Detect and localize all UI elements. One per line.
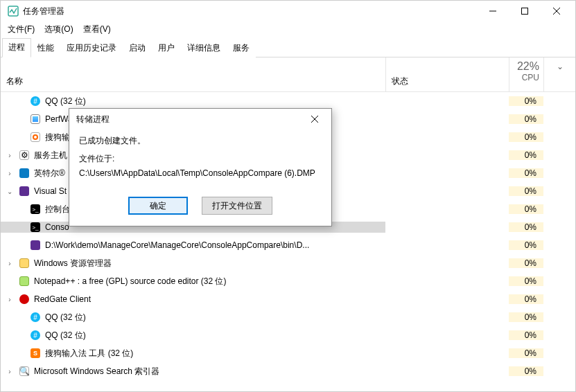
process-row-explorer[interactable]: ›Windows 资源管理器0% (1, 254, 575, 272)
col-status[interactable]: 状态 (385, 57, 509, 91)
process-icon: # (30, 312, 41, 323)
process-name: 服务主机 (34, 150, 67, 161)
process-cpu: 0% (509, 222, 543, 232)
process-name: 英特尔® (34, 168, 65, 179)
process-name: Visual St (34, 186, 67, 196)
open-location-button[interactable]: 打开文件位置 (202, 197, 272, 215)
process-cpu: 0% (509, 366, 543, 376)
titlebar: 任务管理器 (1, 1, 575, 21)
window-title: 任务管理器 (23, 6, 64, 17)
chevron-down-icon: ⌄ (557, 62, 564, 71)
dialog-line-location-label: 文件位于: (79, 152, 322, 166)
process-icon (30, 114, 41, 125)
close-button[interactable] (541, 1, 573, 21)
process-cpu: 0% (509, 276, 543, 286)
dialog-body: 已成功创建文件。 文件位于: C:\Users\M\AppData\Local\… (69, 130, 331, 190)
process-icon: >_ (30, 204, 41, 215)
process-cpu: 0% (509, 312, 543, 322)
cpu-label: CPU (514, 73, 539, 82)
process-name: QQ (32 位) (45, 96, 86, 107)
menu-options[interactable]: 选项(O) (40, 22, 77, 37)
col-name[interactable]: 名称 (1, 57, 385, 91)
process-cpu: 0% (509, 186, 543, 196)
ok-button[interactable]: 确定 (128, 197, 188, 215)
dialog-buttons: 确定 打开文件位置 (69, 190, 331, 226)
process-row-qq3[interactable]: #QQ (32 位)0% (1, 326, 575, 344)
process-row-qq2[interactable]: #QQ (32 位)0% (1, 308, 575, 326)
menu-file[interactable]: 文件(F) (3, 22, 39, 37)
tab-details[interactable]: 详细信息 (181, 39, 227, 57)
process-icon: # (30, 96, 41, 107)
tab-app-history[interactable]: 应用历史记录 (60, 39, 123, 57)
tab-services[interactable]: 服务 (227, 39, 256, 57)
process-icon (30, 240, 41, 251)
process-cpu: 0% (509, 294, 543, 304)
process-name: Windows 资源管理器 (34, 258, 112, 269)
tab-startup[interactable]: 启动 (123, 39, 152, 57)
process-row-sogou2[interactable]: S搜狗输入法 工具 (32 位)0% (1, 344, 575, 362)
process-row-npp[interactable]: Notepad++ : a free (GPL) source code edi… (1, 272, 575, 290)
process-cpu: 0% (509, 348, 543, 358)
task-manager-window: 任务管理器 文件(F) 选项(O) 查看(V) 进程 性能 应用历史记录 启动 … (0, 0, 576, 392)
process-row-path[interactable]: D:\Work\demo\ManageCore\ManageCore\Conso… (1, 236, 575, 254)
process-cpu: 0% (509, 258, 543, 268)
process-name: Notepad++ : a free (GPL) source code edi… (34, 276, 226, 287)
expand-toggle[interactable]: › (5, 368, 15, 375)
process-cpu: 0% (509, 204, 543, 214)
tab-processes[interactable]: 进程 (2, 38, 31, 57)
minimize-button[interactable] (477, 1, 509, 21)
dialog-close-button[interactable] (305, 109, 324, 129)
expand-toggle[interactable]: › (5, 170, 15, 177)
dump-dialog: 转储进程 已成功创建文件。 文件位于: C:\Users\M\AppData\L… (69, 108, 332, 226)
tab-performance[interactable]: 性能 (31, 39, 60, 57)
dialog-titlebar: 转储进程 (69, 109, 331, 130)
process-icon: >_ (30, 222, 41, 233)
process-cpu: 0% (509, 240, 543, 250)
process-row-redgate[interactable]: ›RedGate Client0% (1, 290, 575, 308)
process-name: 搜狗输入法 工具 (32 位) (45, 348, 133, 359)
process-row-search[interactable]: ›🔍Microsoft Windows Search 索引器0% (1, 362, 575, 380)
column-headers: 名称 状态 22% CPU ⌄ (1, 57, 575, 92)
process-name: RedGate Client (34, 294, 91, 304)
process-name: Microsoft Windows Search 索引器 (34, 366, 159, 377)
expand-toggle[interactable]: › (5, 260, 15, 267)
process-icon: 🔍 (19, 366, 30, 377)
menu-view[interactable]: 查看(V) (79, 22, 115, 37)
process-name: 控制台 (45, 204, 70, 215)
dialog-dump-path: C:\Users\M\AppData\Local\Temp\ConsoleApp… (79, 166, 322, 180)
process-name: QQ (32 位) (45, 330, 86, 341)
process-cpu: 0% (509, 132, 543, 142)
app-icon (8, 6, 19, 17)
process-icon (19, 294, 30, 305)
process-icon (30, 132, 41, 143)
tabbar: 进程 性能 应用历史记录 启动 用户 详细信息 服务 (1, 38, 575, 57)
process-icon (19, 168, 30, 179)
process-icon (19, 186, 30, 197)
expand-toggle[interactable]: ⌄ (5, 188, 15, 195)
dialog-title: 转储进程 (76, 114, 305, 125)
col-expand[interactable]: ⌄ (543, 57, 575, 91)
process-cpu: 0% (509, 114, 543, 124)
process-cpu: 0% (509, 168, 543, 178)
process-name: D:\Work\demo\ManageCore\ManageCore\Conso… (45, 240, 309, 250)
process-cpu: 0% (509, 150, 543, 160)
process-icon: # (30, 330, 41, 341)
process-cpu: 0% (509, 96, 543, 106)
process-icon (19, 276, 30, 287)
col-cpu[interactable]: 22% CPU (509, 57, 543, 91)
menubar: 文件(F) 选项(O) 查看(V) (1, 21, 575, 37)
dialog-line-success: 已成功创建文件。 (79, 134, 322, 148)
cpu-total-percent: 22% (514, 60, 539, 73)
process-name: QQ (32 位) (45, 312, 86, 323)
tab-users[interactable]: 用户 (152, 39, 181, 57)
maximize-button[interactable] (509, 1, 541, 21)
expand-toggle[interactable]: › (5, 296, 15, 303)
expand-toggle[interactable]: › (5, 152, 15, 159)
process-cpu: 0% (509, 330, 543, 340)
process-icon (19, 258, 30, 269)
process-name: Conso (45, 222, 69, 232)
process-icon: ⚙ (19, 150, 30, 161)
svg-rect-2 (522, 8, 528, 15)
process-icon: S (30, 348, 41, 359)
